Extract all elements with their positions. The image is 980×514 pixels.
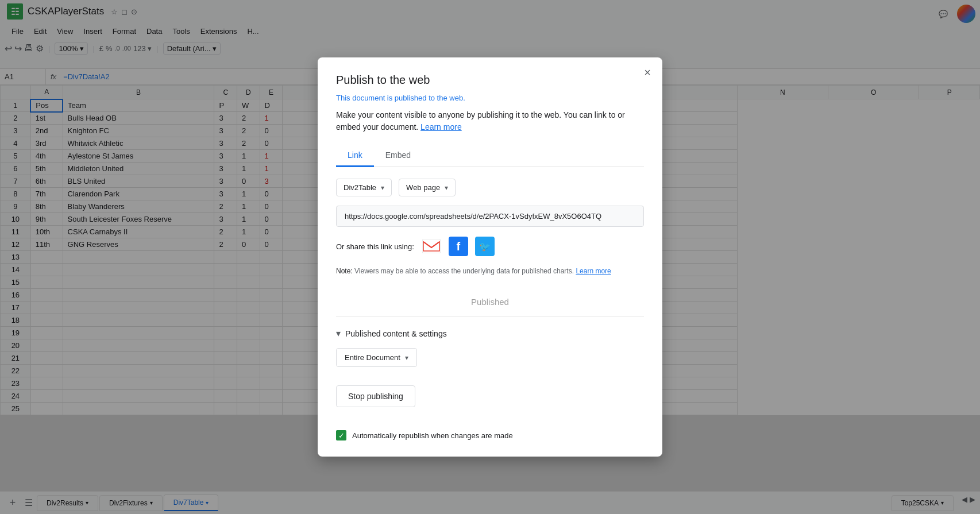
sheet-dropdown[interactable]: Div2Table ▾ (336, 179, 392, 196)
publish-to-web-modal: Publish to the web × This document is pu… (318, 57, 662, 457)
modal-title: Publish to the web (336, 74, 644, 87)
modal-tabs: Link Embed (336, 145, 644, 167)
format-dropdown-arrow: ▾ (445, 184, 448, 192)
tab-link[interactable]: Link (336, 145, 374, 167)
entire-doc-arrow: ▾ (405, 354, 408, 362)
share-row: Or share this link using: f 🐦 (336, 236, 644, 257)
stop-publishing-button[interactable]: Stop publishing (336, 385, 415, 407)
entire-doc-value: Entire Document (345, 353, 400, 362)
facebook-share-button[interactable]: f (449, 237, 468, 256)
published-notice: This document is published to the web. (336, 94, 644, 102)
url-display[interactable]: https://docs.google.com/spreadsheets/d/e… (336, 206, 644, 227)
gmail-share-button[interactable] (421, 236, 442, 257)
chevron-icon: ▾ (336, 328, 341, 339)
auto-republish-row: ✓ Automatically republish when changes a… (336, 430, 644, 440)
note-learn-more-link[interactable]: Learn more (576, 267, 611, 275)
facebook-icon-letter: f (457, 240, 461, 253)
checkbox-check: ✓ (338, 431, 345, 440)
sheet-dropdown-value: Div2Table (344, 183, 376, 192)
tab-link-label: Link (348, 150, 362, 160)
auto-republish-label: Automatically republish when changes are… (352, 431, 513, 440)
published-content-label: Published content & settings (345, 329, 447, 338)
auto-republish-checkbox[interactable]: ✓ (336, 430, 346, 440)
twitter-icon-bird: 🐦 (479, 241, 491, 252)
published-content-section[interactable]: ▾ Published content & settings (336, 328, 644, 339)
twitter-share-button[interactable]: 🐦 (475, 237, 495, 256)
learn-more-link-top[interactable]: Learn more (420, 122, 462, 132)
share-label: Or share this link using: (336, 242, 414, 251)
tab-embed[interactable]: Embed (374, 145, 422, 167)
format-dropdown-value: Web page (406, 183, 440, 192)
format-dropdown[interactable]: Web page ▾ (399, 179, 456, 196)
note-area: Note: Viewers may be able to access the … (336, 266, 644, 276)
stop-publishing-container: Stop publishing (336, 385, 644, 419)
published-status-display: Published (336, 288, 644, 316)
note-text: Viewers may be able to access the underl… (354, 267, 574, 275)
modal-description-text: Make your content visible to anyone by p… (336, 110, 625, 132)
tab-embed-label: Embed (385, 150, 411, 160)
entire-doc-container: Entire Document ▾ (336, 348, 644, 376)
modal-overlay[interactable]: Publish to the web × This document is pu… (0, 0, 980, 514)
dropdown-row: Div2Table ▾ Web page ▾ (336, 179, 644, 196)
note-label: Note: (336, 267, 353, 275)
modal-description: Make your content visible to anyone by p… (336, 109, 644, 133)
sheet-dropdown-arrow: ▾ (381, 184, 384, 192)
modal-close-button[interactable]: × (644, 67, 651, 78)
entire-doc-dropdown[interactable]: Entire Document ▾ (336, 348, 417, 367)
